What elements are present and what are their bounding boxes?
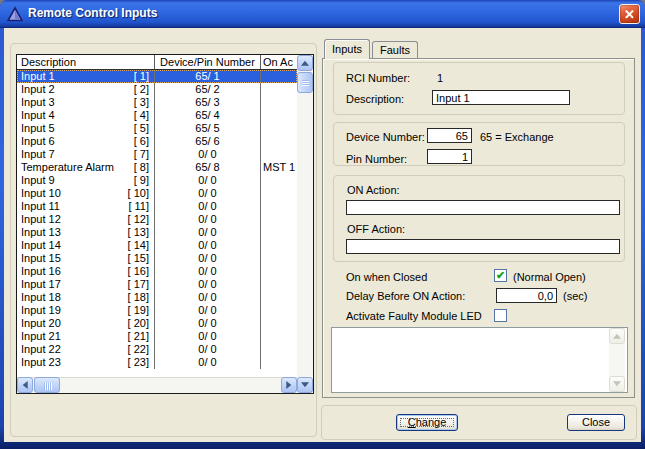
- vertical-scrollbar-thumb[interactable]: [297, 72, 313, 93]
- row-device-pin: 65/ 5: [155, 122, 261, 135]
- on-action-field[interactable]: [346, 200, 620, 215]
- row-on-action: [261, 187, 297, 200]
- row-device-pin: 65/ 4: [155, 109, 261, 122]
- on-when-closed-label: On when Closed: [346, 271, 427, 283]
- row-on-action: [261, 96, 297, 109]
- row-on-action: [261, 70, 297, 83]
- table-row[interactable]: Input 22 [ 22] 0/ 0: [17, 343, 297, 356]
- table-row[interactable]: Input 5 [ 5] 65/ 5: [17, 122, 297, 135]
- rci-list: Description Device/Pin Number On Ac Inpu…: [16, 54, 314, 394]
- tab-faults[interactable]: Faults: [372, 41, 418, 58]
- table-row[interactable]: Input 16 [ 16] 0/ 0: [17, 265, 297, 278]
- table-row[interactable]: Input 1 [ 1] 65/ 1: [17, 70, 297, 83]
- table-row[interactable]: Input 2 [ 2] 65/ 2: [17, 83, 297, 96]
- row-index: [ 2]: [121, 83, 149, 96]
- row-index: [ 6]: [121, 135, 149, 148]
- row-on-action: [261, 278, 297, 291]
- vertical-scrollbar[interactable]: [297, 55, 313, 393]
- row-index: [ 8]: [121, 161, 149, 174]
- table-row[interactable]: Input 6 [ 6] 65/ 6: [17, 135, 297, 148]
- table-row[interactable]: Input 23 [ 23] 0/ 0: [17, 356, 297, 369]
- scroll-up-icon[interactable]: [297, 55, 313, 71]
- tab-inputs[interactable]: Inputs: [324, 39, 370, 59]
- row-description: Input 22: [21, 343, 61, 356]
- table-row[interactable]: Input 19 [ 19] 0/ 0: [17, 304, 297, 317]
- faulty-led-checkbox[interactable]: [494, 309, 507, 322]
- row-on-action: [261, 317, 297, 330]
- description-field[interactable]: [432, 90, 570, 105]
- row-index: [ 11]: [121, 200, 149, 213]
- row-on-action: MST 1: [261, 161, 297, 174]
- rci-group: RCI Number: 1 Description:: [333, 62, 625, 115]
- table-row[interactable]: Input 9 [ 9] 0/ 0: [17, 174, 297, 187]
- row-description: Input 15: [21, 252, 61, 265]
- row-on-action: [261, 174, 297, 187]
- off-action-label: OFF Action:: [347, 223, 405, 235]
- row-index: [ 9]: [121, 174, 149, 187]
- delay-field[interactable]: [496, 288, 557, 303]
- table-row[interactable]: Input 10 [ 10] 0/ 0: [17, 187, 297, 200]
- scroll-left-icon[interactable]: [17, 377, 33, 393]
- change-button[interactable]: Change: [396, 414, 458, 431]
- row-index: [ 10]: [121, 187, 149, 200]
- row-on-action: [261, 239, 297, 252]
- table-row[interactable]: Input 12 [ 12] 0/ 0: [17, 213, 297, 226]
- row-index: [ 19]: [121, 304, 149, 317]
- row-index: [ 16]: [121, 265, 149, 278]
- row-description: Input 20: [21, 317, 61, 330]
- row-description: Input 7: [21, 148, 55, 161]
- table-row[interactable]: Input 15 [ 15] 0/ 0: [17, 252, 297, 265]
- table-row[interactable]: Input 13 [ 13] 0/ 0: [17, 226, 297, 239]
- table-row[interactable]: Input 14 [ 14] 0/ 0: [17, 239, 297, 252]
- row-device-pin: 0/ 0: [155, 226, 261, 239]
- table-row[interactable]: Input 7 [ 7] 0/ 0: [17, 148, 297, 161]
- window-title: Remote Control Inputs: [28, 6, 157, 20]
- horizontal-scrollbar-thumb[interactable]: [34, 377, 60, 393]
- device-number-label: Device Number:: [346, 131, 425, 143]
- scroll-right-icon[interactable]: [281, 377, 297, 393]
- button-bar: Change Close: [321, 405, 637, 440]
- scroll-down-icon[interactable]: [297, 377, 313, 393]
- notes-scrollbar: [609, 328, 625, 392]
- row-description: Input 13: [21, 226, 61, 239]
- row-on-action: [261, 109, 297, 122]
- column-header-on-action: On Ac: [261, 55, 297, 69]
- table-row[interactable]: Temperature Alarm [ 8] 65/ 8 MST 1: [17, 161, 297, 174]
- row-device-pin: 65/ 6: [155, 135, 261, 148]
- device-number-field[interactable]: [427, 128, 472, 143]
- dialog-client-area: Description Device/Pin Number On Ac Inpu…: [4, 28, 641, 442]
- device-group: Device Number: 65 = Exchange Pin Number:: [333, 122, 625, 166]
- close-button[interactable]: Close: [567, 414, 625, 431]
- notes-field[interactable]: [331, 327, 628, 393]
- row-device-pin: 65/ 2: [155, 83, 261, 96]
- row-description: Input 12: [21, 213, 61, 226]
- row-device-pin: 0/ 0: [155, 330, 261, 343]
- table-row[interactable]: Input 4 [ 4] 65/ 4: [17, 109, 297, 122]
- row-device-pin: 0/ 0: [155, 174, 261, 187]
- row-description: Input 1: [21, 70, 55, 83]
- close-icon[interactable]: [619, 4, 640, 24]
- off-action-field[interactable]: [346, 239, 620, 254]
- row-on-action: [261, 343, 297, 356]
- row-index: [ 5]: [121, 122, 149, 135]
- row-device-pin: 65/ 1: [155, 70, 261, 83]
- row-description: Input 16: [21, 265, 61, 278]
- pin-number-field[interactable]: [427, 149, 472, 164]
- row-index: [ 3]: [121, 96, 149, 109]
- table-row[interactable]: Input 21 [ 21] 0/ 0: [17, 330, 297, 343]
- row-on-action: [261, 226, 297, 239]
- horizontal-scrollbar[interactable]: [17, 377, 297, 393]
- row-on-action: [261, 304, 297, 317]
- table-row[interactable]: Input 18 [ 18] 0/ 0: [17, 291, 297, 304]
- on-when-closed-checkbox[interactable]: [494, 269, 507, 282]
- row-on-action: [261, 252, 297, 265]
- table-row[interactable]: Input 11 [ 11] 0/ 0: [17, 200, 297, 213]
- row-device-pin: 65/ 8: [155, 161, 261, 174]
- table-row[interactable]: Input 17 [ 17] 0/ 0: [17, 278, 297, 291]
- table-row[interactable]: Input 20 [ 20] 0/ 0: [17, 317, 297, 330]
- row-on-action: [261, 213, 297, 226]
- delay-label: Delay Before ON Action:: [346, 290, 465, 302]
- table-row[interactable]: Input 3 [ 3] 65/ 3: [17, 96, 297, 109]
- rci-number-value: 1: [437, 72, 443, 84]
- row-index: [ 23]: [121, 356, 149, 369]
